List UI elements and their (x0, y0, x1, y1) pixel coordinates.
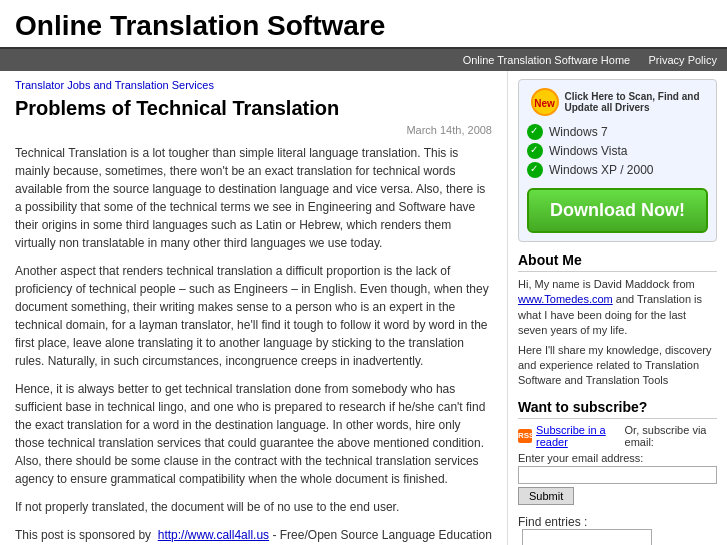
breadcrumb: Translator Jobs and Translation Services (15, 79, 492, 91)
win-check-3 (527, 162, 543, 178)
subscribe-heading: Want to subscribe? (518, 399, 717, 419)
post-body: Technical Translation is a lot tougher t… (15, 144, 492, 545)
submit-button[interactable]: Submit (518, 487, 574, 505)
about-text-1: Hi, My name is David Maddock from (518, 278, 695, 290)
subscribe-section: Want to subscribe? RSS Subscribe in a re… (518, 399, 717, 505)
or-text: Or, subscribe via email: (625, 424, 717, 448)
sponsor-link[interactable]: http://www.call4all.us (158, 528, 269, 542)
rss-icon: RSS (518, 429, 532, 443)
main-content: Translator Jobs and Translation Services… (0, 71, 507, 545)
post-para-3: Hence, it is always better to get techni… (15, 380, 492, 488)
rss-link[interactable]: Subscribe in a reader (536, 424, 621, 448)
email-input[interactable] (518, 466, 717, 484)
about-text-3: Here I'll share my knowledge, discovery … (518, 343, 717, 389)
nav-privacy-link[interactable]: Privacy Policy (649, 54, 717, 66)
nav-home-link[interactable]: Online Translation Software Home (463, 54, 631, 66)
win-check-2 (527, 143, 543, 159)
find-label: Find entries : (518, 515, 587, 529)
site-header: Online Translation Software (0, 0, 727, 49)
top-nav: Online Translation Software Home Privacy… (0, 49, 727, 71)
post-para-5: This post is sponsored by http://www.cal… (15, 526, 492, 545)
find-section: Find entries : (518, 515, 717, 545)
site-title: Online Translation Software (15, 10, 712, 42)
win-label-1: Windows 7 (549, 125, 608, 139)
about-heading: About Me (518, 252, 717, 272)
breadcrumb-link[interactable]: Translator Jobs and Translation Services (15, 79, 214, 91)
win-label-3: Windows XP / 2000 (549, 163, 654, 177)
post-para-1: Technical Translation is a lot tougher t… (15, 144, 492, 252)
windows-list: Windows 7 Windows Vista Windows XP / 200… (527, 124, 708, 178)
email-label: Enter your email address: (518, 452, 717, 464)
download-button[interactable]: Download Now! (527, 188, 708, 233)
new-badge: New (531, 88, 559, 116)
about-text: Hi, My name is David Maddock from www.To… (518, 277, 717, 339)
subscribe-rss-row: RSS Subscribe in a reader Or, subscribe … (518, 424, 717, 448)
post-para-4: If not properly translated, the document… (15, 498, 492, 516)
win-check-1 (527, 124, 543, 140)
layout: Translator Jobs and Translation Services… (0, 71, 727, 545)
post-title: Problems of Technical Translation (15, 97, 492, 120)
sidebar: New Click Here to Scan, Find and Update … (507, 71, 727, 545)
tomedes-link[interactable]: www.Tomedes.com (518, 293, 613, 305)
ad-top: New Click Here to Scan, Find and Update … (527, 88, 708, 116)
win-label-2: Windows Vista (549, 144, 627, 158)
win-item-3: Windows XP / 2000 (527, 162, 708, 178)
win-item-1: Windows 7 (527, 124, 708, 140)
find-input[interactable] (522, 529, 652, 545)
ad-box: New Click Here to Scan, Find and Update … (518, 79, 717, 242)
ad-text: Click Here to Scan, Find and Update all … (565, 91, 705, 113)
win-item-2: Windows Vista (527, 143, 708, 159)
about-section: About Me Hi, My name is David Maddock fr… (518, 252, 717, 389)
post-para-2: Another aspect that renders technical tr… (15, 262, 492, 370)
post-date: March 14th, 2008 (15, 124, 492, 136)
